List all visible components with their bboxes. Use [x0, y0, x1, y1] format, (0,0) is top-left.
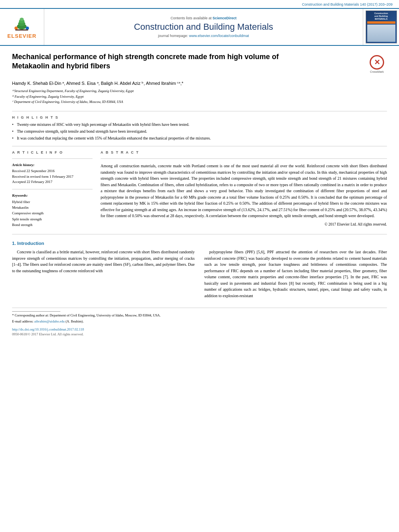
authors-line: Hamdy K. Shehab El-Din ᵃ, Ahmed S. Eisa …: [12, 81, 387, 86]
sciencedirect-line: Contents lists available at ScienceDirec…: [171, 16, 237, 20]
abstract-label: A B S T R A C T: [101, 150, 387, 154]
email-label: E-mail address:: [12, 319, 33, 323]
intro-right-text: polypropylene fibers (PPF) [5,6], PPF at…: [204, 249, 387, 299]
keywords-list: Hybrid fiber Metakaolin Compressive stre…: [12, 199, 93, 228]
divider-keywords: [12, 189, 93, 189]
journal-ref-text: Construction and Building Materials 140 …: [302, 2, 393, 6]
journal-homepage-url[interactable]: www.elsevier.com/locate/conbuildmat: [189, 34, 249, 38]
introduction-heading: 1. Introduction: [12, 241, 387, 246]
elsevier-tree-icon: [10, 15, 34, 31]
article-content: Mechanical performance of high strength …: [0, 46, 399, 343]
svg-point-5: [14, 27, 18, 30]
divider-after-affiliations: [12, 111, 387, 111]
abstract-col: A B S T R A C T Among all construction m…: [101, 150, 387, 228]
corresponding-note: * Corresponding author at: Department of…: [12, 313, 387, 318]
journal-cover-image: Constructionand BuildingMATERIALS: [366, 10, 397, 43]
keyword-2: Metakaolin: [12, 205, 93, 210]
footer-section: * Corresponding author at: Department of…: [12, 308, 387, 336]
introduction-two-col: Concrete is classified as a brittle mate…: [12, 249, 387, 301]
highlight-item-3: It was concluded that replacing the ceme…: [12, 136, 387, 141]
journal-title: Construction and Building Materials: [134, 22, 273, 32]
crossmark-badge[interactable]: ✕ CrossMark: [367, 54, 387, 74]
keyword-5: Bond strength: [12, 222, 93, 228]
journal-header: ELSEVIER Contents lists available at Sci…: [0, 8, 399, 46]
crossmark-label: CrossMark: [370, 70, 384, 73]
highlights-label: H I G H L I G H T S: [12, 115, 387, 119]
journal-homepage-label: journal homepage:: [158, 34, 188, 38]
divider-abstract: [101, 158, 387, 159]
highlights-list: Twenty-one mixtures of HSC with very hig…: [12, 122, 387, 141]
intro-right-para: polypropylene fibers (PPF) [5,6], PPF at…: [204, 249, 387, 299]
doi-text[interactable]: http://dx.doi.org/10.1016/j.conbuildmat.…: [12, 327, 84, 331]
keywords-label: Keywords:: [12, 193, 93, 197]
article-title: Mechanical performance of high strength …: [12, 52, 302, 71]
affil-line-c: ᶜ Department of Civil Engineering, Unive…: [12, 99, 387, 105]
elsevier-wordmark: ELSEVIER: [7, 33, 36, 39]
cover-title-text: Constructionand BuildingMATERIALS: [374, 12, 388, 21]
issn-line: 0950-0618/© 2017 Elsevier Ltd. All right…: [12, 332, 387, 336]
journal-ref-bar: Construction and Building Materials 140 …: [0, 0, 399, 8]
page-wrapper: Construction and Building Materials 140 …: [0, 0, 399, 532]
email-note: E-mail address: aibrahim@uidaho.edu (A. …: [12, 319, 387, 324]
article-history-label: Article history:: [12, 163, 93, 167]
cover-orange-bar: [367, 21, 395, 24]
keyword-1: Hybrid fiber: [12, 199, 93, 205]
journal-cover-box: Constructionand BuildingMATERIALS: [363, 9, 399, 45]
journal-title-center: Contents lists available at ScienceDirec…: [44, 9, 363, 45]
article-info-label: A R T I C L E I N F O: [12, 150, 93, 154]
authors-text: Hamdy K. Shehab El-Din ᵃ, Ahmed S. Eisa …: [12, 81, 183, 86]
intro-right-col: polypropylene fibers (PPF) [5,6], PPF at…: [204, 249, 387, 301]
article-info-col: A R T I C L E I N F O Article history: R…: [12, 150, 93, 228]
doi-link[interactable]: http://dx.doi.org/10.1016/j.conbuildmat.…: [12, 327, 387, 331]
divider-after-highlights: [12, 146, 387, 146]
abstract-text: Among all construction materials, concre…: [101, 163, 387, 219]
affil-line-b: ᵇ Faculty of Engineering, Zagazig Univer…: [12, 94, 387, 99]
svg-point-6: [26, 27, 29, 30]
corresponding-note-text: * Corresponding author at: Department of…: [12, 313, 160, 317]
highlights-section: H I G H L I G H T S Twenty-one mixtures …: [12, 115, 387, 141]
highlight-item-2: The compressive strength, split tensile …: [12, 129, 387, 134]
crossmark-cross-icon: ✕: [374, 59, 380, 66]
affiliations: ᵃ Structural Engineering Department, Fac…: [12, 88, 387, 105]
intro-left-col: Concrete is classified as a brittle mate…: [12, 249, 195, 301]
email-address[interactable]: aibrahim@uidaho.edu: [34, 319, 65, 323]
journal-homepage-line: journal homepage: www.elsevier.com/locat…: [158, 34, 249, 38]
highlight-item-1: Twenty-one mixtures of HSC with very hig…: [12, 122, 387, 127]
sciencedirect-link[interactable]: ScienceDirect: [213, 16, 237, 20]
introduction-section: 1. Introduction Concrete is classified a…: [12, 241, 387, 301]
svg-rect-7: [15, 29, 28, 31]
svg-point-4: [20, 18, 24, 21]
crossmark-circle: ✕: [370, 55, 384, 70]
keyword-4: Split tensile strength: [12, 216, 93, 222]
two-col-layout: A R T I C L E I N F O Article history: R…: [12, 150, 387, 228]
elsevier-logo-box: ELSEVIER: [0, 9, 44, 45]
accepted-date: Accepted 22 February 2017: [12, 179, 93, 185]
email-suffix: (A. Ibrahim).: [66, 319, 84, 323]
intro-left-text: Concrete is classified as a brittle mate…: [12, 249, 195, 274]
intro-left-para: Concrete is classified as a brittle mate…: [12, 249, 195, 274]
contents-available-label: Contents lists available at: [171, 16, 212, 20]
elsevier-logo: ELSEVIER: [7, 15, 36, 39]
divider-before-intro: [12, 234, 387, 234]
received-date: Received 22 September 2016: [12, 168, 93, 174]
revised-date: Received in revised form 1 February 2017: [12, 174, 93, 180]
keyword-3: Compressive strength: [12, 210, 93, 216]
article-title-row: Mechanical performance of high strength …: [12, 52, 387, 77]
affil-line-a: ᵃ Structural Engineering Department, Fac…: [12, 88, 387, 94]
divider-article-info: [12, 158, 93, 159]
cover-image-area: [367, 25, 395, 42]
abstract-copyright: © 2017 Elsevier Ltd. All rights reserved…: [101, 222, 387, 226]
footnote-line: [12, 311, 60, 312]
